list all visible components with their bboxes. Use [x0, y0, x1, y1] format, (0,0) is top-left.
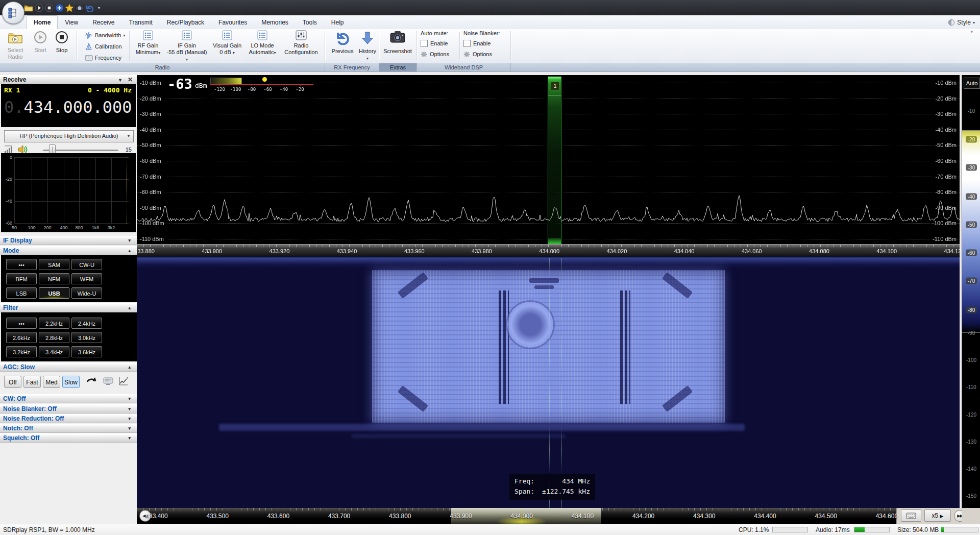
play-icon[interactable] — [34, 3, 44, 13]
radio-configuration-button[interactable]: Radio Configuration — [281, 30, 322, 56]
tab-view[interactable]: View — [58, 15, 85, 29]
application-button[interactable] — [2, 2, 24, 24]
db-gradient-bar[interactable] — [962, 130, 980, 333]
mode-button-wfm[interactable]: WFM — [71, 273, 102, 284]
undo-icon[interactable] — [84, 3, 94, 13]
camera-icon[interactable] — [75, 3, 85, 13]
filter-button-36khz[interactable]: 3.6kHz — [71, 346, 102, 357]
panel-dropdown-icon[interactable]: ▼ — [118, 76, 122, 85]
filter-button-28khz[interactable]: 2.8kHz — [39, 332, 69, 343]
tab-tools[interactable]: Tools — [296, 15, 324, 29]
tab-home[interactable]: Home — [27, 15, 58, 29]
lo-mode-button[interactable]: LO Mode Automatic▾ — [246, 30, 279, 56]
select-radio-button[interactable]: SelectRadio — [2, 30, 29, 60]
agc-graph-icon[interactable] — [118, 377, 129, 386]
mode-button-bfm[interactable]: BFM — [6, 273, 37, 284]
agc-button-off[interactable]: Off — [4, 376, 21, 388]
agc-monitor-icon[interactable] — [103, 377, 113, 385]
receive-panel-header[interactable]: Receive ▼ ✕ — [0, 75, 137, 84]
db-scale-label: -60 — [962, 250, 980, 256]
style-menu[interactable]: Style ▾ — [948, 17, 975, 28]
filter-button-22khz[interactable]: 2.2kHz — [39, 318, 69, 329]
frequency-display[interactable]: 0.434.000.000 — [4, 98, 132, 117]
ribbon-collapse-caret-icon[interactable]: ▾ — [970, 29, 973, 34]
auto-mute-options-button[interactable]: Options — [421, 50, 457, 59]
if-gain-icon — [165, 30, 208, 42]
mode-button-nfm[interactable]: NFM — [39, 273, 69, 284]
checkbox-icon — [463, 40, 471, 47]
stop-icon[interactable] — [44, 3, 54, 13]
mode-button-usb[interactable]: USB — [39, 287, 69, 299]
noise-blanker-enable-checkbox[interactable]: Enable — [463, 39, 507, 48]
section-notch[interactable]: Notch: Off▾ — [0, 424, 137, 433]
tab-help[interactable]: Help — [324, 15, 351, 29]
rf-gain-button[interactable]: RF Gain Minimum▾ — [132, 30, 164, 56]
panel-close-icon[interactable]: ✕ — [128, 76, 133, 84]
section-if-display[interactable]: IF Display▾ — [0, 236, 137, 245]
db-label-right: -70 dBm — [935, 174, 957, 180]
freq-span-overlay: Freq:434 MHz Span:±122.745 kHz — [509, 474, 595, 500]
mode-button-cwu[interactable]: CW-U — [71, 259, 102, 270]
frequency-display-panel[interactable]: RX 1 0 - 4000 Hz 0.434.000.000 — [1, 84, 136, 127]
frequency-prefix: 0. — [4, 98, 24, 117]
mode-button-sam[interactable]: SAM — [39, 259, 69, 270]
keyboard-entry-button[interactable] — [901, 509, 921, 522]
db-label-right: -110 dBm — [933, 236, 957, 242]
favourite-icon[interactable] — [64, 3, 75, 13]
db-label-left: -50 dBm — [140, 142, 161, 148]
db-scale-column[interactable]: Auto -10-20-30-40-50-60-70-80-90-100-110… — [962, 75, 980, 508]
screenshot-button[interactable]: Screenshot — [382, 30, 413, 55]
section-mode[interactable]: Mode▴ — [0, 246, 137, 255]
agc-undo-icon[interactable] — [86, 377, 97, 386]
af-spectrum-graph[interactable]: 501002004008001k63k20-20-40-60 — [1, 153, 136, 232]
previous-frequency-button[interactable]: Previous — [328, 30, 357, 55]
tab-favourites[interactable]: Favourites — [211, 15, 254, 29]
qat-dropdown-caret-icon[interactable]: ▾ — [94, 3, 104, 13]
tuning-marker-band[interactable]: 1 — [548, 77, 561, 244]
band-frequency-label: 434.300 — [693, 513, 715, 520]
zoom-x5-button[interactable]: x5 ▶ — [924, 509, 951, 522]
ribbon: SelectRadio Start Stop Bandwidth▾ Calibr… — [0, 29, 980, 63]
tab-recplayback[interactable]: Rec/Playback — [160, 15, 211, 29]
mode-button-[interactable]: ••• — [6, 259, 37, 270]
section-noise-blanker[interactable]: Noise Blanker: Off▾ — [0, 404, 137, 414]
stop-button[interactable]: Stop — [52, 30, 71, 54]
filter-button-26khz[interactable]: 2.6kHz — [6, 332, 37, 343]
filter-button-24khz[interactable]: 2.4kHz — [71, 318, 102, 329]
agc-button-med[interactable]: Med — [43, 376, 60, 388]
section-noise-reduction[interactable]: Noise Reduction: Off▾ — [0, 414, 137, 423]
tab-receive[interactable]: Receive — [85, 15, 121, 29]
auto-mute-enable-checkbox[interactable]: Enable — [421, 39, 457, 48]
mode-button-wideu[interactable]: Wide-U — [71, 287, 102, 299]
af-y-label: -60 — [1, 221, 12, 226]
tab-transmit[interactable]: Transmit — [122, 15, 160, 29]
filter-button-[interactable]: ••• — [6, 318, 37, 329]
spectrum-frequency-axis[interactable]: 433.880433.900433.920433.940433.960433.9… — [137, 244, 960, 257]
audio-device-select[interactable]: HP (Périphérique High Definition Audio) … — [4, 130, 134, 142]
section-squelch[interactable]: Squelch: Off▾ — [0, 433, 137, 443]
section-filter[interactable]: Filter▴ — [0, 303, 137, 312]
calibration-button[interactable]: Calibration — [85, 41, 129, 52]
mode-button-lsb[interactable]: LSB — [6, 287, 37, 299]
rf-spectrum-display[interactable]: 1 -63 dBm -120-100-80-60-40-20 -10 dBm-1… — [137, 75, 960, 244]
band-navigation-bar[interactable]: ◀◀ x5 ▶ ▶▶ 433.400433.500433.600433.7004… — [137, 508, 962, 524]
agc-button-fast[interactable]: Fast — [23, 376, 41, 388]
visual-gain-button[interactable]: Visual Gain 0 dB ▾ — [210, 30, 244, 56]
frequency-button[interactable]: Frequency — [85, 53, 129, 63]
agc-button-slow[interactable]: Slow — [62, 376, 80, 388]
filter-button-32khz[interactable]: 3.2kHz — [6, 346, 37, 357]
start-button[interactable]: Start — [31, 30, 50, 54]
noise-blanker-options-button[interactable]: Options — [463, 50, 507, 59]
if-gain-button[interactable]: IF Gain -55 dB (Manual) ▾ — [165, 30, 208, 63]
tab-memories[interactable]: Memories — [254, 15, 296, 29]
waterfall-display[interactable]: Freq:434 MHz Span:±122.745 kHz — [137, 258, 960, 508]
section-agc[interactable]: AGC: Slow▴ — [0, 362, 137, 372]
history-button[interactable]: History▾ — [357, 30, 378, 62]
section-cw[interactable]: CW: Off▾ — [0, 394, 137, 403]
bandwidth-button[interactable]: Bandwidth▾ — [85, 30, 129, 40]
filter-button-30khz[interactable]: 3.0kHz — [71, 332, 102, 343]
open-folder-icon[interactable] — [23, 3, 34, 13]
filter-button-34khz[interactable]: 3.4kHz — [39, 346, 69, 357]
add-icon[interactable] — [54, 3, 64, 13]
auto-scale-button[interactable]: Auto — [964, 78, 980, 89]
